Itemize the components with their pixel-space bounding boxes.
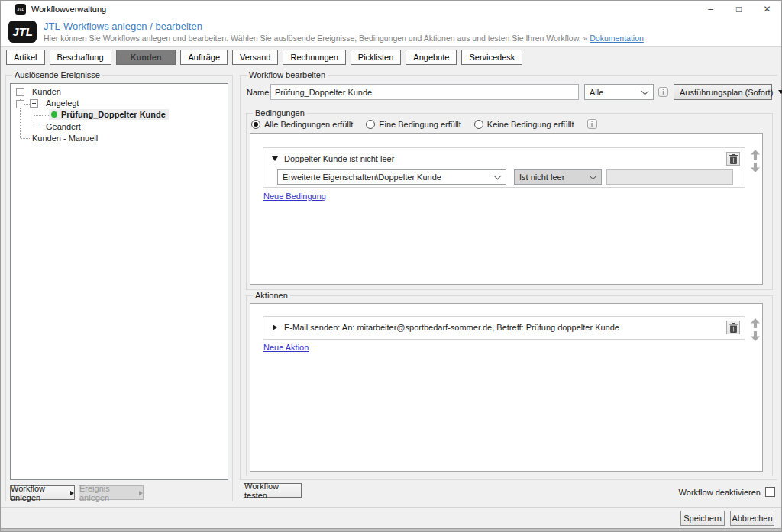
delete-condition-button[interactable] (726, 152, 740, 166)
condition-field-select[interactable]: Erweiterte Eigenschaften\Doppelter Kunde (277, 169, 506, 185)
app-window: JTL Workflowverwaltung – □ ✕ JTL JTL-Wor… (0, 0, 782, 532)
minimize-button[interactable]: – (696, 1, 725, 18)
trash-icon (729, 323, 738, 333)
conditions-list: Doppelter Kunde ist nicht leer Erweitert… (250, 133, 763, 285)
conditions-groupbox-title: Bedingungen (253, 108, 307, 118)
workflow-name-input[interactable] (270, 84, 579, 100)
events-groupbox: Auslösende Ereignisse Kunden Angelegt Pr… (5, 75, 233, 501)
tab-auftraege[interactable]: Aufträge (180, 50, 228, 65)
page-subtitle: Hier können Sie Workflows anlegen und be… (44, 34, 644, 43)
window-title: Workflowverwaltung (31, 5, 106, 14)
info-icon[interactable]: i (658, 87, 668, 97)
condition-value-input[interactable] (606, 169, 733, 185)
move-up-icon[interactable] (751, 150, 760, 160)
tree-line (21, 138, 31, 139)
tree-item-pruefung-doppelter-kunde[interactable]: Prüfung_Doppelter Kunde (49, 109, 169, 120)
close-button[interactable]: ✕ (753, 1, 781, 18)
radio-all-conditions[interactable]: Alle Bedingungen erfüllt (251, 120, 353, 129)
tab-servicedesk[interactable]: Servicedesk (461, 50, 522, 65)
action-summary: E-Mail senden: An: mitarbeiter@sportbeda… (284, 323, 619, 332)
documentation-link[interactable]: Dokumentation (590, 34, 644, 43)
maximize-button[interactable]: □ (725, 1, 753, 18)
collapse-icon-angelegt[interactable] (30, 99, 38, 108)
deactivate-workflow-checkbox[interactable] (765, 487, 775, 497)
condition-card-header[interactable]: Doppelter Kunde ist nicht leer (263, 148, 745, 169)
execution-plan-select[interactable]: Ausführungsplan (Sofort) (674, 84, 772, 100)
create-workflow-button[interactable]: Workflow anlegen (10, 485, 75, 500)
create-event-button[interactable]: Ereignis anlegen (79, 485, 144, 500)
test-workflow-button[interactable]: Workflow testen (244, 483, 302, 498)
name-label: Name: (247, 88, 271, 97)
conditions-groupbox: Bedingungen Alle Bedingungen erfüllt Ein… (246, 113, 773, 290)
tree-item-angelegt[interactable]: Angelegt (46, 98, 79, 108)
editor-groupbox: Workflow bearbeiten Name: Alle i Ausführ… (240, 75, 777, 480)
tab-versand[interactable]: Versand (232, 50, 278, 65)
tree-line (34, 109, 34, 127)
tree-line (34, 127, 45, 127)
editor-groupbox-title: Workflow bearbeiten (247, 70, 328, 79)
trash-icon (729, 154, 738, 164)
tab-artikel[interactable]: Artikel (6, 50, 45, 65)
page-title: JTL-Workflows anlegen / bearbeiten (44, 21, 202, 32)
tab-picklisten[interactable]: Picklisten (351, 50, 401, 65)
radio-one-condition[interactable]: Eine Bedingung erfüllt (366, 120, 461, 129)
action-card-header[interactable]: E-Mail senden: An: mitarbeiter@sportbeda… (263, 317, 745, 338)
actions-groupbox-title: Aktionen (253, 291, 290, 300)
tree-item-kunden-manuell[interactable]: Kunden - Manuell (32, 134, 98, 143)
tree-item-kunden[interactable]: Kunden (32, 87, 61, 96)
delete-action-button[interactable] (726, 321, 740, 334)
split-arrow-icon (70, 491, 74, 495)
category-tabbar: Artikel Beschaffung Kunden Aufträge Vers… (1, 47, 781, 69)
cancel-button[interactable]: Abbrechen (730, 511, 774, 526)
collapse-icon-kunden[interactable] (16, 88, 24, 96)
condition-card: Doppelter Kunde ist nicht leer Erweitert… (263, 147, 745, 188)
chevron-down-icon (590, 172, 597, 180)
new-condition-link[interactable]: Neue Bedingung (263, 192, 326, 201)
events-tree: Kunden Angelegt Prüfung_Doppelter Kunde … (10, 83, 228, 480)
info-icon[interactable]: i (587, 119, 597, 129)
condition-reorder-arrows (751, 150, 760, 172)
tab-rechnungen[interactable]: Rechnungen (283, 50, 345, 65)
chevron-down-icon (641, 87, 649, 95)
dropdown-arrow-icon (778, 90, 782, 94)
conditions-mode-radios: Alle Bedingungen erfüllt Eine Bedingung … (251, 119, 597, 129)
footer-bar: Speichern Abbrechen (1, 507, 781, 528)
tab-beschaffung[interactable]: Beschaffung (50, 50, 111, 65)
doc-link-prefix: » (583, 34, 587, 43)
expander-expanded-icon[interactable] (272, 156, 278, 161)
action-reorder-arrows (751, 318, 760, 341)
move-down-icon[interactable] (751, 331, 760, 341)
jtl-logo: JTL (8, 21, 37, 43)
subtitle-text: Hier können Sie Workflows anlegen und be… (44, 34, 581, 43)
radio-icon (366, 120, 375, 129)
app-icon: JTL (15, 4, 26, 15)
deactivate-workflow-control: Workflow deaktivieren (679, 487, 775, 497)
radio-icon (251, 120, 260, 129)
condition-operator-select[interactable]: Ist nicht leer (514, 169, 602, 185)
page-header: JTL JTL-Workflows anlegen / bearbeiten H… (1, 18, 781, 47)
tab-kunden[interactable]: Kunden (116, 50, 176, 65)
move-down-icon[interactable] (751, 163, 760, 172)
collapse-icon[interactable] (16, 100, 24, 108)
workflow-active-bullet-icon (51, 111, 57, 118)
tree-item-geaendert[interactable]: Geändert (46, 122, 81, 131)
tree-line (34, 115, 49, 116)
move-up-icon[interactable] (751, 318, 760, 328)
window-controls: – □ ✕ (696, 1, 781, 18)
tab-angebote[interactable]: Angebote (406, 50, 457, 65)
radio-icon (474, 120, 483, 129)
actions-groupbox: Aktionen E-Mail senden: An: mitarbeiter@… (246, 295, 773, 476)
condition-summary: Doppelter Kunde ist nicht leer (284, 154, 394, 163)
action-card: E-Mail senden: An: mitarbeiter@sportbeda… (263, 316, 745, 340)
scope-select[interactable]: Alle (584, 84, 654, 100)
window-bottom-edge (1, 528, 781, 531)
save-button[interactable]: Speichern (680, 511, 725, 526)
condition-controls: Erweiterte Eigenschaften\Doppelter Kunde… (263, 169, 745, 186)
expander-collapsed-icon[interactable] (273, 324, 277, 330)
chevron-down-icon (494, 172, 502, 180)
radio-no-condition[interactable]: Keine Bedingung erfüllt (474, 120, 574, 129)
events-groupbox-title: Auslösende Ereignisse (12, 70, 102, 79)
deactivate-workflow-label: Workflow deaktivieren (679, 488, 761, 497)
actions-list: E-Mail senden: An: mitarbeiter@sportbeda… (250, 303, 763, 472)
new-action-link[interactable]: Neue Aktion (263, 343, 309, 352)
